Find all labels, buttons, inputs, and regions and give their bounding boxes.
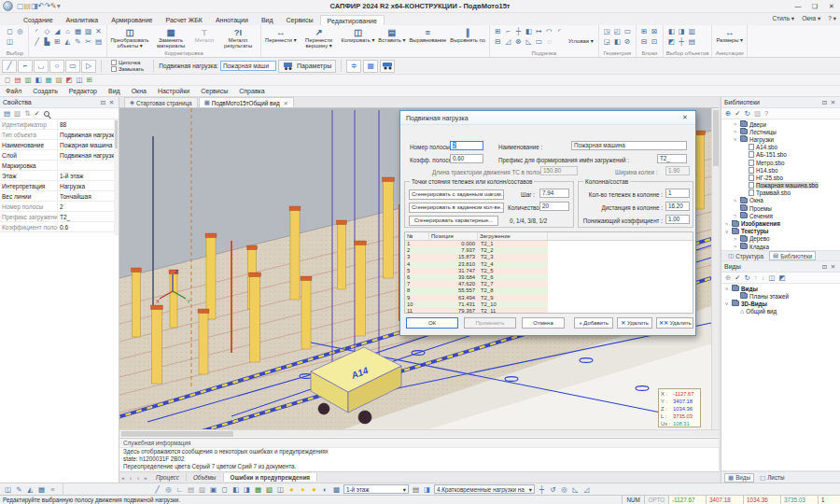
tree-item[interactable]: Планы этажей xyxy=(721,292,840,300)
moving-load-input[interactable]: Пожарная маши xyxy=(220,61,276,71)
bottom-tool-icon[interactable]: ↺ xyxy=(548,485,558,494)
ribbon-tool-icon[interactable]: ◢ xyxy=(52,26,63,36)
reduction-coef-input[interactable]: 1.00 xyxy=(665,215,690,224)
ribbon-tab[interactable]: Армирование xyxy=(105,15,159,25)
tree-item[interactable]: >Лестницы xyxy=(721,128,840,135)
tab-nav-icon[interactable]: › xyxy=(134,475,142,481)
close-icon[interactable]: ✕ xyxy=(829,263,837,271)
bottom-tool-icon[interactable]: ▤ xyxy=(186,485,196,494)
table-row[interactable]: 639.684T2_6 xyxy=(405,274,693,281)
ribbon-tab[interactable]: Аннотации xyxy=(209,15,255,25)
tree-item[interactable]: А14.sbo xyxy=(721,144,840,151)
delete-button[interactable]: ✕ Удалить xyxy=(617,317,652,329)
table-row[interactable]: 531.747T2_5 xyxy=(405,268,693,274)
table-row[interactable]: 315.873T2_3 xyxy=(405,254,693,260)
tree-item[interactable]: Трамвай.sbo xyxy=(721,189,840,197)
ribbon-tool-icon[interactable]: ◻ xyxy=(5,26,15,36)
bottom-tool-icon[interactable]: ◭ xyxy=(25,485,35,494)
ribbon-tool-icon[interactable]: ◳ xyxy=(602,26,612,36)
project-toolbar-icon[interactable]: ▥ xyxy=(23,76,33,85)
quick-access-icon[interactable]: ◨ xyxy=(31,2,38,10)
ribbon-button[interactable]: ↔Перенести ▾ xyxy=(264,26,298,43)
vehicle-tool-button[interactable] xyxy=(380,60,395,73)
ribbon-tool-icon[interactable]: ▦ xyxy=(73,26,83,36)
menu-item[interactable]: Настройки xyxy=(152,88,195,94)
message-tab[interactable]: Процесс xyxy=(149,473,187,482)
project-toolbar-icon[interactable]: ◫ xyxy=(75,76,84,85)
bottom-tool-icon[interactable]: ◨ xyxy=(242,485,252,494)
property-row[interactable]: Коэффициент полосно...0.6 xyxy=(0,222,119,232)
table-row[interactable]: 27.937T2_2 xyxy=(405,247,693,254)
titlebar-menu[interactable]: Стиль ▾ xyxy=(773,15,795,22)
quick-access-icon[interactable]: ▾ xyxy=(57,2,61,10)
property-row[interactable]: Этаж1-й этаж xyxy=(0,171,119,181)
ribbon-tab[interactable]: Расчет ЖБК xyxy=(160,15,209,25)
ribbon-tool-icon[interactable]: ◜ xyxy=(554,26,565,36)
generate-characteristic-button[interactable]: Сгенерировать характерные... xyxy=(409,216,498,226)
panel-tab[interactable]: ▦Виды xyxy=(724,473,754,483)
draw-tool-button[interactable]: ▷ xyxy=(81,60,96,73)
lane-number-input[interactable]: 2 xyxy=(450,141,483,150)
ribbon-tool-icon[interactable]: ◫ xyxy=(5,36,15,47)
table-row[interactable]: 855.557T2_8 xyxy=(405,287,693,294)
ribbon-tool-icon[interactable]: ▨ xyxy=(83,26,93,36)
table-row[interactable]: 963.494T2_9 xyxy=(405,295,693,301)
pin-icon[interactable]: ⊡ xyxy=(820,99,829,106)
tree-item[interactable]: >Дерево xyxy=(721,235,840,243)
ribbon-tool-icon[interactable]: ┼ xyxy=(513,26,524,36)
table-row[interactable]: 1071.431T2_10 xyxy=(405,301,693,308)
cancel-button[interactable]: Отмена xyxy=(522,317,565,329)
bottom-tool-icon[interactable]: ▧ xyxy=(264,485,274,494)
tree-item[interactable]: Пожарная машина.sbo xyxy=(721,182,840,189)
tree-item[interactable]: ⌂Общий вид xyxy=(721,308,840,315)
ribbon-tool-icon[interactable]: ⊟ xyxy=(639,36,650,47)
bottom-tool-icon[interactable]: ▩ xyxy=(331,485,342,494)
bottom-tool-icon[interactable]: ◧ xyxy=(231,485,241,494)
checkbox-icon[interactable] xyxy=(111,60,117,65)
viewport-hscrollbar[interactable] xyxy=(119,429,719,437)
menu-item[interactable]: Окна xyxy=(126,88,152,94)
ribbon-tool-icon[interactable]: ⊡ xyxy=(650,36,660,47)
ribbon-tool-icon[interactable]: ⌐ xyxy=(503,26,513,36)
libraries-toolbar-icon[interactable]: ✓ xyxy=(735,109,740,119)
close-icon[interactable]: ✕ xyxy=(107,99,116,106)
ribbon-tool-icon[interactable]: ◌ xyxy=(544,36,554,47)
pin-icon[interactable]: ⊡ xyxy=(820,263,829,271)
project-toolbar-icon[interactable]: ▨ xyxy=(54,76,63,85)
ribbon-button[interactable]: ▦Заменить материалы xyxy=(151,26,190,49)
load-tool-icon[interactable]: ▦ xyxy=(363,60,378,73)
message-tab[interactable]: Объёмы xyxy=(187,473,224,482)
draw-tool-button[interactable]: ◡ xyxy=(34,60,49,73)
libraries-toolbar-icon[interactable]: ? xyxy=(764,109,768,119)
ribbon-tool-icon[interactable]: ◜ xyxy=(32,26,42,36)
load-tool-icon[interactable]: ≑ xyxy=(346,60,361,73)
menu-item[interactable]: Создать xyxy=(27,88,63,94)
bottom-tool-icon[interactable]: ┼ xyxy=(537,485,547,494)
menu-item[interactable]: Справка xyxy=(233,88,270,94)
project-toolbar-icon[interactable]: ◻ xyxy=(3,76,12,85)
name-input[interactable]: Пожарная машина xyxy=(571,141,687,150)
ribbon-button[interactable]: ◫Преобразовать объекты ▾ xyxy=(110,26,149,49)
quick-access-icon[interactable]: ✎ xyxy=(50,2,57,10)
property-row[interactable]: Идентификатор88 xyxy=(0,119,119,130)
project-toolbar-icon[interactable]: ⊞ xyxy=(85,76,94,85)
ribbon-tool-icon[interactable]: ⊠ xyxy=(650,26,660,36)
quick-access-icon[interactable]: ▤ xyxy=(24,2,32,10)
apply-button[interactable]: Применить xyxy=(464,317,516,329)
tab-nav-icon[interactable]: » xyxy=(142,475,149,481)
bottom-tool-icon[interactable]: ◨ xyxy=(422,485,432,494)
lane-coef-input[interactable]: 0.60 xyxy=(450,154,483,163)
bottom-tool-icon[interactable]: ▦ xyxy=(253,485,263,494)
views-toolbar-icon[interactable]: ◫ xyxy=(768,273,775,283)
bottom-tool-icon[interactable]: ● xyxy=(287,485,297,494)
dialog-title-bar[interactable]: Подвижная нагрузка ✕ xyxy=(400,111,695,125)
ribbon-tool-icon[interactable]: ◠ xyxy=(544,26,554,36)
distance-input[interactable]: 16.20 xyxy=(665,202,690,211)
ribbon-tool-icon[interactable]: ▙ xyxy=(42,36,52,47)
properties-toolbar-icon[interactable]: ⇅ xyxy=(24,109,30,119)
ribbon-button[interactable]: ≡Выравнивание xyxy=(408,26,447,43)
property-row[interactable]: Номер полосы2 xyxy=(0,202,119,212)
properties-toolbar-icon[interactable]: ▤ xyxy=(4,109,10,119)
parameters-button[interactable]: Параметры xyxy=(278,60,336,73)
tree-item[interactable]: >Сечения xyxy=(721,212,840,219)
